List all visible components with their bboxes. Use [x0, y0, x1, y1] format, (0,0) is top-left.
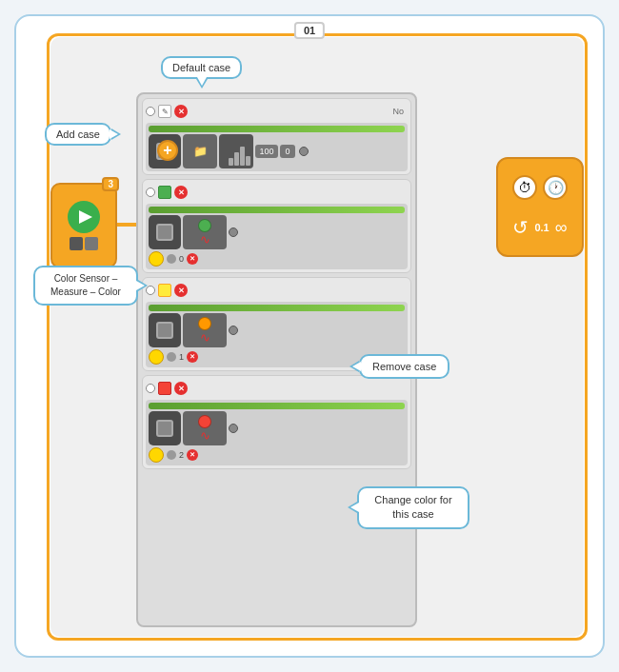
play-button[interactable] — [68, 201, 100, 233]
case-header-2: ✕ — [146, 281, 408, 300]
start-block: 3 — [50, 183, 117, 268]
green-bar-3 — [149, 403, 405, 409]
settings-3[interactable] — [167, 450, 176, 460]
case-header-1: ✕ — [146, 183, 408, 202]
x-btn-no[interactable]: ✕ — [174, 105, 188, 118]
case-content-1: ∿ 0 ✕ — [146, 204, 408, 269]
bar-1 — [229, 158, 233, 166]
sensor-icon-2 — [156, 322, 173, 339]
case-radio-1[interactable] — [146, 188, 155, 197]
block-row-no: 📁 100 0 — [149, 134, 405, 168]
sensor-block-1[interactable] — [149, 215, 181, 249]
timer-icon[interactable]: ⏱ — [512, 175, 537, 200]
light-icon-1 — [149, 251, 164, 267]
case-radio-no[interactable] — [146, 107, 155, 116]
callout-arrow-color-inner — [350, 503, 359, 512]
block-icon-1 — [70, 237, 83, 250]
play-triangle — [79, 210, 92, 224]
num-100-block: 100 — [255, 145, 278, 158]
infinity-icon: ∞ — [555, 218, 568, 238]
case-radio-3[interactable] — [146, 384, 155, 393]
green-bar-1 — [149, 207, 405, 213]
timer-value: 0.1 — [534, 222, 549, 233]
green-bar-no — [149, 126, 405, 132]
top-number-label: 01 — [294, 22, 325, 39]
case-section-3: ✕ ∿ 2 ✕ — [142, 375, 411, 469]
val-1: 0 — [179, 254, 184, 264]
block-icon-2 — [85, 237, 98, 250]
wave-icon-2: ∿ — [200, 331, 210, 344]
case-color-3[interactable] — [158, 382, 171, 395]
block-row-2: ∿ — [149, 313, 405, 347]
chart-bars — [229, 145, 250, 166]
color-circle-1 — [198, 219, 211, 232]
val-2: 1 — [179, 352, 184, 362]
case-header-3: ✕ — [146, 379, 408, 398]
green-bar-2 — [149, 305, 405, 311]
callout-remove-case: Remove case — [359, 354, 449, 379]
light-icon-2 — [149, 349, 164, 365]
case-section-1: ✕ ∿ 0 — [142, 179, 411, 273]
settings-1[interactable] — [167, 254, 176, 264]
h-connector-left — [117, 223, 136, 227]
block-row-3: ∿ — [149, 411, 405, 445]
connector-1 — [229, 227, 238, 237]
sensor-block-2[interactable] — [149, 313, 181, 347]
case-section-no: ✎ ✕ No 📁 — [142, 98, 411, 175]
block-badge: 3 — [102, 177, 119, 191]
case-header-no: ✎ ✕ No — [146, 102, 408, 121]
color-wave-block-3[interactable]: ∿ — [183, 411, 227, 445]
val-3: 2 — [179, 450, 184, 460]
settings-2[interactable] — [167, 352, 176, 362]
connector-3 — [229, 424, 238, 433]
x-small-1[interactable]: ✕ — [187, 253, 198, 265]
bar-2 — [234, 152, 239, 166]
color-wave-block-1[interactable]: ∿ — [183, 215, 227, 249]
timer-top-row: ⏱ 🕐 — [512, 175, 568, 200]
color-wave-block-2[interactable]: ∿ — [183, 313, 227, 347]
wave-icon-1: ∿ — [200, 233, 210, 246]
add-case-button[interactable]: + — [157, 140, 178, 161]
sensor-block-3[interactable] — [149, 411, 181, 445]
bottom-row-3: 2 ✕ — [149, 447, 405, 463]
callout-arrow-add-inner — [110, 129, 118, 139]
x-small-3[interactable]: ✕ — [187, 449, 198, 461]
file-icon: 📁 — [193, 145, 208, 158]
num-0-block: 0 — [280, 145, 295, 158]
x-small-2[interactable]: ✕ — [187, 351, 198, 363]
bottom-row-1: 0 ✕ — [149, 251, 405, 267]
chart-block-no[interactable] — [219, 134, 253, 168]
file-block-no[interactable]: 📁 — [183, 134, 217, 168]
case-content-no: 📁 100 0 — [146, 123, 408, 171]
no-label: No — [392, 107, 404, 116]
callout-arrow-sensor-inner — [136, 281, 145, 290]
wave-icon-3: ∿ — [200, 429, 210, 442]
callout-add-case: Add case — [45, 123, 111, 146]
callout-arrow-default-inner — [197, 77, 207, 86]
color-circle-3 — [198, 415, 211, 428]
bottom-icons — [70, 237, 98, 250]
light-icon-3 — [149, 447, 164, 463]
callout-color-sensor: Color Sensor – Measure – Color — [33, 266, 138, 306]
case-content-3: ∿ 2 ✕ — [146, 400, 408, 465]
x-btn-1[interactable]: ✕ — [174, 186, 188, 199]
x-btn-3[interactable]: ✕ — [174, 382, 188, 395]
edit-icon-no[interactable]: ✎ — [158, 105, 171, 118]
connector-2 — [229, 326, 238, 335]
sensor-icon-1 — [156, 224, 173, 241]
bar-3 — [240, 147, 245, 166]
x-btn-2[interactable]: ✕ — [174, 284, 188, 297]
refresh-icon[interactable]: ↺ — [512, 216, 529, 239]
block-row-1: ∿ — [149, 215, 405, 249]
clock-icon[interactable]: 🕐 — [543, 175, 568, 200]
callout-default-case: Default case — [161, 56, 242, 79]
timer-bottom-row: ↺ 0.1 ∞ — [512, 216, 567, 239]
sensor-icon-3 — [156, 420, 173, 437]
bar-4 — [246, 156, 250, 166]
main-container: 01 3 ✎ ✕ No — [14, 14, 605, 658]
case-color-2[interactable] — [158, 284, 171, 297]
timer-block: ⏱ 🕐 ↺ 0.1 ∞ — [496, 157, 584, 257]
connector-no — [299, 147, 309, 156]
case-color-1[interactable] — [158, 186, 171, 199]
callout-arrow-remove-inner — [352, 362, 361, 371]
